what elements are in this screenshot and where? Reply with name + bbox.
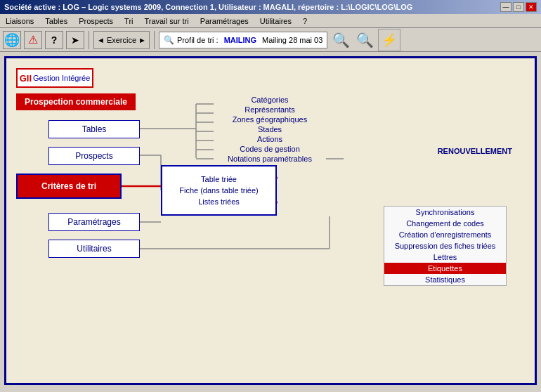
search-button-2[interactable]: 🔍 <box>354 30 375 51</box>
util-item-changement[interactable]: Changement de codes <box>384 218 506 229</box>
table-triee-item-1[interactable]: Table triée <box>201 175 237 183</box>
table-triee-item-3[interactable]: Listes triées <box>198 197 240 206</box>
back-arrow-icon: ◄ <box>97 36 105 44</box>
title-bar: Société active : LOG – Logic systems 200… <box>0 0 541 14</box>
menu-travail-tri[interactable]: Travail sur tri <box>142 15 192 27</box>
criteres-menu-item[interactable]: Critères de tri <box>16 174 122 199</box>
menu-liaisons[interactable]: Liaisons <box>3 15 37 27</box>
table-triee-box: Table triée Fiche (dans table triée) Lis… <box>161 165 277 216</box>
menu-parametrages[interactable]: Paramétrages <box>197 15 252 27</box>
logo-rest: Gestion Intégrée <box>33 74 90 82</box>
tables-menu-item[interactable]: Tables <box>48 120 140 138</box>
profile-label: Profil de tri : <box>177 36 219 44</box>
utilitaires-submenu: Synchronisations Changement de codes Cré… <box>384 206 507 286</box>
logo-gi: GII <box>20 73 32 84</box>
arrow-icon: ➤ <box>71 34 79 46</box>
util-item-statistiques[interactable]: Statistiques <box>384 274 506 285</box>
globe-icon: 🌐 <box>4 32 20 48</box>
tables-item-representants[interactable]: Représentants <box>214 105 326 115</box>
util-item-lettres[interactable]: Lettres <box>384 251 506 263</box>
tables-item-notations[interactable]: Notations paramétrables <box>214 154 326 164</box>
tables-item-codes[interactable]: Codes de gestion <box>214 144 326 154</box>
close-button[interactable]: ✕ <box>526 2 537 12</box>
toolbar-icon-4[interactable]: ➤ <box>66 31 84 49</box>
renouvellement-label: RENOUVELLEMENT <box>438 147 512 155</box>
toolbar-separator-1 <box>89 31 89 49</box>
minimize-button[interactable]: — <box>500 2 511 12</box>
utilitaires-menu-item[interactable]: Utilitaires <box>48 240 140 258</box>
window-title: Société active : LOG – Logic systems 200… <box>4 3 412 11</box>
forward-arrow-icon: ► <box>138 36 146 44</box>
menu-help[interactable]: ? <box>300 15 310 27</box>
maximize-button[interactable]: □ <box>513 2 524 12</box>
toolbar-icon-3[interactable]: ? <box>45 31 63 49</box>
menu-prospects[interactable]: Prospects <box>76 15 116 27</box>
magnify-icon-1: 🔍 <box>332 32 350 48</box>
help-icon: ? <box>51 34 58 46</box>
parametrages-menu-item[interactable]: Paramétrages <box>48 213 140 231</box>
action-symbol: ⚡ <box>382 32 397 48</box>
exercice-label: Exercice <box>107 36 136 44</box>
toolbar: 🌐 ⚠ ? ➤ ◄ Exercice ► 🔍 Profil de tri : M… <box>0 28 541 52</box>
menu-tables[interactable]: Tables <box>42 15 70 27</box>
profile-value: MAILING <box>224 36 256 44</box>
tables-item-categories[interactable]: Catégories <box>214 95 326 105</box>
tables-item-actions[interactable]: Actions <box>214 134 326 144</box>
util-item-creation[interactable]: Création d'enregistrements <box>384 229 506 240</box>
table-triee-item-2[interactable]: Fiche (dans table triée) <box>179 186 259 195</box>
util-item-etiquettes[interactable]: Etiquettes <box>384 263 506 274</box>
warning-icon: ⚠ <box>28 33 38 46</box>
logo-box: GII Gestion Intégrée <box>16 68 93 88</box>
magnify-icon-2: 🔍 <box>356 32 374 48</box>
main-content: GII Gestion Intégrée Prospection commerc… <box>4 56 537 385</box>
menu-bar: Liaisons Tables Prospects Tri Travail su… <box>0 14 541 28</box>
search-button-1[interactable]: 🔍 <box>330 30 351 51</box>
action-icon[interactable]: ⚡ <box>378 29 400 51</box>
toolbar-icon-1[interactable]: 🌐 <box>3 31 21 49</box>
profile-date: Mailing 28 mai 03 <box>262 36 322 44</box>
util-item-suppression[interactable]: Suppression des fiches triées <box>384 240 506 251</box>
search-small-icon: 🔍 <box>164 35 174 45</box>
exercice-button[interactable]: ◄ Exercice ► <box>93 31 150 49</box>
tables-item-zones[interactable]: Zones géographiques <box>214 115 326 124</box>
util-item-synchro[interactable]: Synchronisations <box>384 207 506 218</box>
toolbar-separator-2 <box>154 31 155 49</box>
prospection-title: Prospection commerciale <box>16 93 136 110</box>
tables-item-stades[interactable]: Stades <box>214 124 326 134</box>
menu-tri[interactable]: Tri <box>122 15 136 27</box>
tables-submenu: Catégories Représentants Zones géographi… <box>214 95 326 164</box>
prospects-menu-item[interactable]: Prospects <box>48 147 140 165</box>
toolbar-icon-2[interactable]: ⚠ <box>24 31 42 49</box>
menu-utilitaires[interactable]: Utilitaires <box>257 15 294 27</box>
profile-area: 🔍 Profil de tri : MAILING Mailing 28 mai… <box>159 32 327 48</box>
window-controls[interactable]: — □ ✕ <box>500 2 537 12</box>
